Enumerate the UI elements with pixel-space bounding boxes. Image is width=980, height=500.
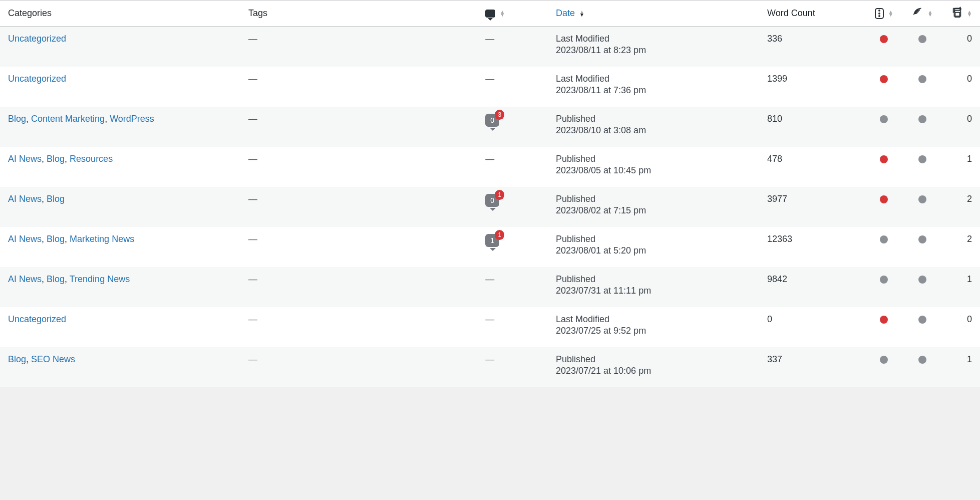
cell-seo-score[interactable] (865, 107, 903, 147)
category-link[interactable]: Blog (47, 194, 65, 204)
cell-seo-score[interactable] (865, 187, 903, 227)
cell-readability[interactable] (903, 147, 941, 187)
no-tags-dash: — (248, 234, 257, 244)
cell-tags: — (243, 67, 480, 107)
sort-arrows-icon: ▲▼ (967, 11, 972, 17)
column-header-tags[interactable]: Tags (243, 1, 480, 27)
cell-categories: AI News, Blog, Trending News (0, 267, 243, 307)
cell-incoming-links: 1 (941, 147, 980, 187)
cell-seo-score[interactable] (865, 347, 903, 387)
cell-incoming-links: 0 (941, 307, 980, 347)
date-status: Published (556, 194, 757, 204)
category-link[interactable]: Marketing News (70, 234, 134, 244)
category-link[interactable]: WordPress (110, 114, 154, 124)
cell-categories: Uncategorized (0, 27, 243, 67)
category-link[interactable]: AI News (8, 234, 42, 244)
cell-readability[interactable] (903, 187, 941, 227)
cell-seo-score[interactable] (865, 147, 903, 187)
cell-readability[interactable] (903, 347, 941, 387)
cell-readability[interactable] (903, 307, 941, 347)
cell-date: Published2023/07/21 at 10:06 pm (551, 347, 762, 387)
cell-incoming-links: 0 (941, 107, 980, 147)
date-time: 2023/07/31 at 11:11 pm (556, 286, 757, 296)
cell-readability[interactable] (903, 67, 941, 107)
date-time: 2023/08/05 at 10:45 pm (556, 165, 757, 176)
cell-seo-score[interactable] (865, 67, 903, 107)
cell-date: Published2023/08/02 at 7:15 pm (551, 187, 762, 227)
category-link[interactable]: Content Marketing (31, 114, 105, 124)
no-comments-dash: — (485, 154, 494, 164)
sort-arrows-icon: ▲▼ (579, 11, 584, 17)
category-link[interactable]: Uncategorized (8, 34, 66, 44)
category-link[interactable]: AI News (8, 274, 42, 284)
cell-incoming-links: 2 (941, 187, 980, 227)
cell-seo-score[interactable] (865, 227, 903, 267)
cell-comments: — (480, 67, 551, 107)
column-header-comments[interactable]: ▲▼ (480, 1, 551, 27)
cell-incoming-links: 0 (941, 27, 980, 67)
category-link[interactable]: Blog (47, 154, 65, 164)
column-header-label: Categories (8, 8, 52, 18)
cell-readability[interactable] (903, 107, 941, 147)
pending-comments-badge: 3 (495, 110, 504, 120)
category-link[interactable]: Blog (8, 354, 26, 364)
cell-incoming-links: 0 (941, 67, 980, 107)
date-status: Last Modified (556, 34, 757, 44)
table-row: AI News, Blog, Resources——Published2023/… (0, 147, 980, 187)
cell-tags: — (243, 347, 480, 387)
category-link[interactable]: Blog (47, 274, 65, 284)
no-tags-dash: — (248, 274, 257, 284)
cell-comments: — (480, 147, 551, 187)
category-link[interactable]: SEO News (31, 354, 75, 364)
column-header-date[interactable]: Date ▲▼ (551, 1, 762, 27)
category-link[interactable]: Uncategorized (8, 74, 66, 84)
cell-readability[interactable] (903, 27, 941, 67)
category-link[interactable]: Trending News (70, 274, 130, 284)
cell-seo-score[interactable] (865, 267, 903, 307)
table-row: AI News, Blog—01Published2023/08/02 at 7… (0, 187, 980, 227)
cell-date: Published2023/08/05 at 10:45 pm (551, 147, 762, 187)
category-link[interactable]: Resources (70, 154, 113, 164)
seo-score-dot (880, 356, 888, 364)
traffic-light-icon (875, 8, 884, 19)
readability-dot (918, 276, 926, 284)
comments-bubble[interactable]: 01 (485, 194, 499, 207)
readability-dot (918, 235, 926, 243)
table-row: AI News, Blog, Marketing News—11Publishe… (0, 227, 980, 267)
no-tags-dash: — (248, 154, 257, 164)
column-header-seo-score[interactable]: ▲▼ (865, 1, 903, 27)
feather-icon (912, 7, 923, 20)
column-header-incoming-links[interactable]: ▲▼ (941, 1, 980, 27)
date-status: Last Modified (556, 74, 757, 84)
no-tags-dash: — (248, 194, 257, 204)
seo-score-dot (880, 195, 888, 203)
cell-seo-score[interactable] (865, 27, 903, 67)
no-tags-dash: — (248, 34, 257, 44)
column-header-categories[interactable]: Categories (0, 1, 243, 27)
cell-word-count: 337 (762, 347, 865, 387)
category-link[interactable]: AI News (8, 194, 42, 204)
cell-incoming-links: 1 (941, 267, 980, 307)
category-link[interactable]: Blog (47, 234, 65, 244)
cell-readability[interactable] (903, 227, 941, 267)
cell-word-count: 0 (762, 307, 865, 347)
pending-comments-badge: 1 (495, 190, 504, 200)
cell-tags: — (243, 27, 480, 67)
cell-readability[interactable] (903, 267, 941, 307)
cell-tags: — (243, 107, 480, 147)
cell-incoming-links: 1 (941, 347, 980, 387)
category-link[interactable]: AI News (8, 154, 42, 164)
category-link[interactable]: Blog (8, 114, 26, 124)
category-link[interactable]: Uncategorized (8, 314, 66, 324)
seo-score-dot (880, 235, 888, 243)
comments-bubble[interactable]: 11 (485, 234, 499, 247)
cell-date: Last Modified2023/08/11 at 7:36 pm (551, 67, 762, 107)
cell-seo-score[interactable] (865, 307, 903, 347)
cell-incoming-links: 2 (941, 227, 980, 267)
table-row: Blog, Content Marketing, WordPress—03Pub… (0, 107, 980, 147)
cell-comments: — (480, 347, 551, 387)
column-header-readability[interactable]: ▲▼ (903, 1, 941, 27)
table-header-row: Categories Tags ▲▼ Date ▲▼ Word Count ▲▼ (0, 1, 980, 27)
comments-bubble[interactable]: 03 (485, 114, 499, 127)
cell-word-count: 336 (762, 27, 865, 67)
